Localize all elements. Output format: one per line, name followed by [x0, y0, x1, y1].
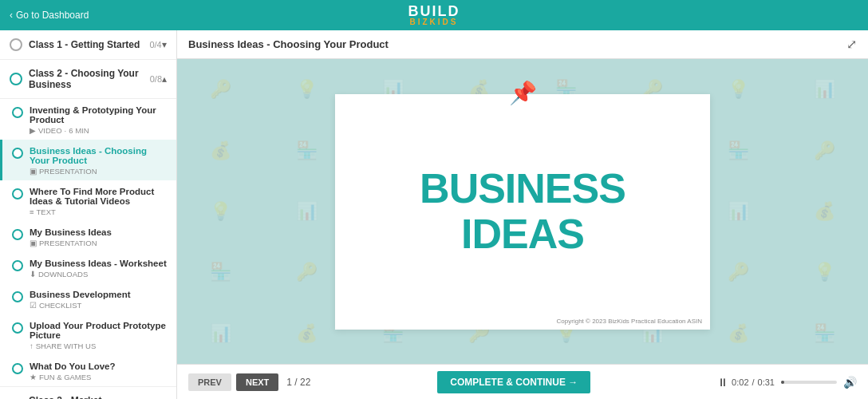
fun-icon: ★ — [30, 373, 37, 381]
lesson1-type: ▶ VIDEO · 6 MIN — [30, 126, 167, 135]
lesson1-circle — [12, 107, 23, 118]
content-topbar: Business Ideas - Choosing Your Product ⤢ — [177, 30, 868, 59]
class3-title: Class 3 - Market Research — [29, 395, 140, 399]
lesson2-title: Business Ideas - Choosing Your Product — [30, 146, 167, 165]
bottom-controls: PREV NEXT 1 / 22 COMPLETE & CONTINUE → ⏸… — [177, 364, 868, 399]
time-current: 0:02 — [732, 377, 748, 387]
lesson-list: Inventing & Prototyping Your Product ▶ V… — [0, 99, 176, 387]
slide-count: 1 / 22 — [286, 377, 310, 388]
expand-icon[interactable]: ⤢ — [846, 37, 857, 52]
progress-bar[interactable] — [781, 381, 837, 384]
presentation-icon: ▣ — [30, 167, 37, 176]
playback-controls: ⏸ 0:02 / 0:31 — [717, 376, 775, 389]
sidebar-item-class2[interactable]: Class 2 - Choosing Your Business 0/8 ▴ — [0, 60, 176, 99]
logo-build: BUILD — [408, 4, 460, 18]
class1-chevron: ▾ — [162, 39, 167, 50]
share-icon: ↑ — [30, 342, 34, 350]
nav-right: ⏸ 0:02 / 0:31 🔊 — [717, 376, 857, 389]
lesson7-type: ↑ SHARE WITH US — [30, 342, 167, 350]
checklist-icon: ☑ — [30, 301, 37, 310]
lesson2-circle — [12, 148, 23, 159]
lesson7-title: Upload Your Product Prototype Picture — [30, 321, 167, 340]
class2-title: Class 2 - Choosing Your Business — [29, 68, 140, 90]
sidebar-item-class3[interactable]: Class 3 - Market Research 0/6 ▾ — [0, 387, 176, 399]
class2-chevron: ▴ — [162, 73, 167, 85]
class2-circle — [10, 73, 22, 85]
video-icon: ▶ — [30, 126, 36, 135]
slide-card: 📌 BUSINESS IDEAS Copyright © 2023 BizKid… — [335, 94, 710, 330]
content-title: Business Ideas - Choosing Your Product — [188, 38, 389, 50]
slide-container: 🔑 💡 📊 💰 🏪 🔑 💡 📊 💰 🏪 🔑 💡 📊 💰 🏪 🔑 — [177, 59, 868, 364]
sidebar: Class 1 - Getting Started 0/4 ▾ Class 2 … — [0, 30, 177, 399]
lesson8-circle — [12, 363, 23, 374]
sidebar-item-class1[interactable]: Class 1 - Getting Started 0/4 ▾ — [0, 30, 176, 60]
lesson6-type: ☑ CHECKLIST — [30, 301, 131, 310]
lesson-item-7[interactable]: Upload Your Product Prototype Picture ↑ … — [0, 314, 176, 355]
nav-left: PREV NEXT 1 / 22 — [188, 373, 310, 391]
downloads-icon: ⬇ — [30, 270, 36, 279]
lesson-item-5[interactable]: My Business Ideas - Worksheet ⬇ DOWNLOAD… — [0, 252, 176, 283]
lesson5-type: ⬇ DOWNLOADS — [30, 270, 167, 279]
time-total: 0:31 — [758, 377, 775, 387]
back-arrow-icon: ‹ — [10, 10, 13, 21]
text-icon: ≡ — [30, 207, 34, 216]
lesson1-title: Inventing & Prototyping Your Product — [30, 105, 167, 124]
lesson8-title: What Do You Love? — [30, 361, 116, 371]
lesson-item-4[interactable]: My Business Ideas ▣ PRESENTATION — [0, 221, 176, 252]
volume-icon[interactable]: 🔊 — [843, 376, 857, 389]
lesson-item-3[interactable]: Where To Find More Product Ideas & Tutor… — [0, 180, 176, 221]
content-area: Business Ideas - Choosing Your Product ⤢… — [177, 30, 868, 399]
pin-icon: 📌 — [509, 80, 537, 106]
lesson6-title: Business Development — [30, 290, 131, 299]
slide-background: 🔑 💡 📊 💰 🏪 🔑 💡 📊 💰 🏪 🔑 💡 📊 💰 🏪 🔑 — [177, 59, 868, 364]
time-separator: / — [752, 377, 755, 387]
class1-circle — [10, 38, 22, 51]
class2-progress: 0/8 — [150, 74, 162, 84]
logo-bizkids: BIZKIDS — [410, 18, 459, 26]
back-to-dashboard[interactable]: ‹ Go to Dashboard — [10, 10, 89, 21]
lesson4-type: ▣ PRESENTATION — [30, 239, 112, 247]
copyright: Copyright © 2023 BizKids Practical Educa… — [557, 318, 702, 325]
lesson3-title: Where To Find More Product Ideas & Tutor… — [30, 187, 167, 206]
progress-bar-fill — [781, 381, 784, 384]
pause-icon[interactable]: ⏸ — [717, 376, 728, 389]
lesson1-duration: · — [65, 126, 67, 135]
lesson2-type: ▣ PRESENTATION — [30, 167, 167, 176]
lesson-item-8[interactable]: What Do You Love? ★ FUN & GAMES — [0, 355, 176, 386]
lesson5-circle — [12, 260, 23, 271]
lesson4-title: My Business Ideas — [30, 227, 112, 237]
lesson3-type: ≡ TEXT — [30, 207, 167, 216]
lesson-item-2[interactable]: Business Ideas - Choosing Your Product ▣… — [0, 140, 176, 180]
presentation2-icon: ▣ — [30, 239, 37, 247]
lesson6-circle — [12, 291, 23, 302]
back-label: Go to Dashboard — [16, 10, 89, 21]
class1-title: Class 1 - Getting Started — [29, 39, 140, 50]
lesson7-circle — [12, 322, 23, 334]
lesson4-circle — [12, 229, 23, 240]
logo: BUILD BIZKIDS — [408, 4, 460, 26]
prev-button[interactable]: PREV — [188, 373, 231, 391]
top-header: ‹ Go to Dashboard BUILD BIZKIDS — [0, 0, 868, 30]
main-layout: Class 1 - Getting Started 0/4 ▾ Class 2 … — [0, 30, 868, 399]
lesson3-circle — [12, 188, 23, 200]
lesson-item-1[interactable]: Inventing & Prototyping Your Product ▶ V… — [0, 99, 176, 140]
next-button[interactable]: NEXT — [236, 373, 278, 391]
lesson5-title: My Business Ideas - Worksheet — [30, 259, 167, 268]
lesson8-type: ★ FUN & GAMES — [30, 373, 116, 381]
complete-continue-button[interactable]: COMPLETE & CONTINUE → — [437, 371, 590, 393]
class1-progress: 0/4 — [149, 40, 161, 49]
lesson-item-6[interactable]: Business Development ☑ CHECKLIST — [0, 283, 176, 314]
slide-main-text: BUSINESS IDEAS — [420, 166, 625, 257]
